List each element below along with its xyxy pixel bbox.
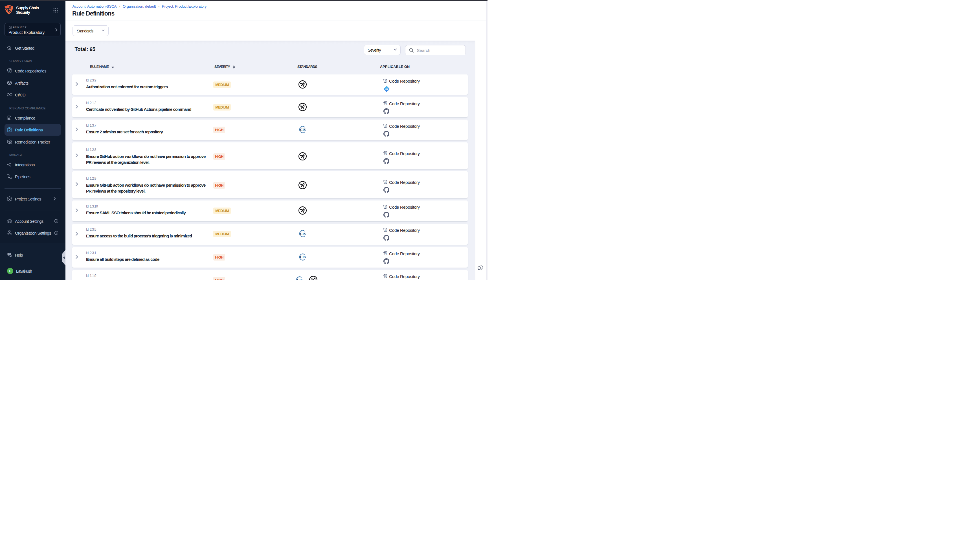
svg-text:CIS: CIS bbox=[300, 232, 306, 236]
svg-text:</>: </> bbox=[385, 88, 388, 90]
svg-text:</>: </> bbox=[384, 152, 387, 154]
svg-text:</>: </> bbox=[384, 80, 387, 82]
svg-text:</>: </> bbox=[384, 252, 387, 254]
svg-text:</>: </> bbox=[384, 206, 387, 208]
svg-text:</>: </> bbox=[384, 275, 387, 277]
svg-text:</>: </> bbox=[384, 125, 387, 127]
svg-text:CIS: CIS bbox=[300, 255, 306, 259]
svg-text:</>: </> bbox=[384, 102, 387, 104]
svg-text:CIS: CIS bbox=[300, 128, 306, 132]
svg-text:CIS: CIS bbox=[297, 278, 303, 280]
svg-text:</>: </> bbox=[384, 181, 387, 183]
svg-text:</>: </> bbox=[8, 70, 11, 72]
svg-text:?: ? bbox=[8, 253, 10, 255]
svg-text:</>: </> bbox=[384, 229, 387, 231]
